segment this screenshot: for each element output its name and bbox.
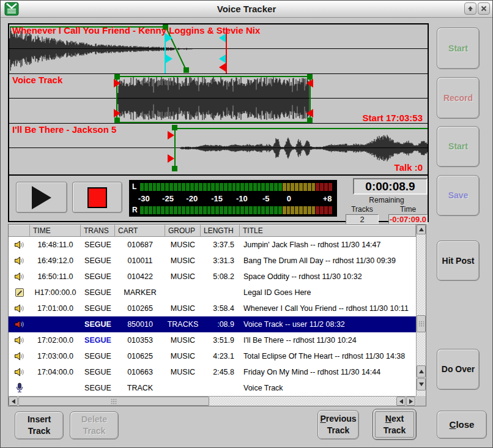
- scroll-up2-icon[interactable]: [417, 365, 426, 378]
- speaker-icon: [9, 269, 30, 285]
- cell-length: 2:45.8: [201, 364, 240, 380]
- track-title: Whenever I Call You Friend - Kenny Loggi…: [12, 25, 260, 35]
- waveform-editor: Whenever I Call You Friend - Kenny Loggi…: [8, 23, 429, 176]
- table-row[interactable]: 17:03:00.0SEGUE010625MUSIC4:23.1Total Ec…: [9, 348, 416, 364]
- cell-cart: 850010: [115, 316, 165, 332]
- scroll-down-icon[interactable]: [417, 378, 426, 390]
- cell-trans: SEGUE: [81, 380, 115, 396]
- cell-cart: 010663: [115, 364, 165, 380]
- voice-track-edge-markers[interactable]: [114, 79, 313, 118]
- vertical-scrollbar[interactable]: [416, 225, 426, 397]
- cell-cart: 010011: [115, 253, 165, 269]
- horizontal-scroll-thumb[interactable]: [18, 397, 209, 406]
- table-row[interactable]: H17:00:00.0SEGUEMARKERLegal ID Goes Here: [9, 285, 416, 301]
- speaker-icon: [9, 253, 30, 269]
- cell-length: [201, 380, 240, 396]
- save-button[interactable]: Save: [437, 175, 480, 216]
- speaker-icon: [9, 301, 30, 316]
- header-group: GROUP: [165, 225, 201, 237]
- table-row[interactable]: SEGUE850010TRACKS:08.9Voice Track -- use…: [9, 316, 416, 332]
- track-next-song[interactable]: I'll Be There - Jackson 5 Talk :0: [9, 124, 428, 173]
- cell-length: 5:08.2: [201, 269, 240, 285]
- log-table-body: 16:48:11.0SEGUE010687MUSIC3:37.5Jumpin' …: [9, 237, 416, 396]
- scroll-left-icon[interactable]: [9, 397, 18, 406]
- remaining-label: Remaining: [346, 196, 428, 204]
- hit-post-button[interactable]: Hit Post: [437, 241, 480, 281]
- scroll-up-icon[interactable]: [417, 225, 426, 234]
- cell-time: [30, 380, 81, 396]
- table-row[interactable]: 16:49:12.0SEGUE010011MUSIC3:31.3Bang The…: [9, 253, 416, 269]
- scroll-right-icon[interactable]: [406, 397, 415, 406]
- app-icon: [4, 2, 20, 16]
- table-row[interactable]: SEGUETRACKVoice Track: [9, 380, 416, 396]
- meter-scale: -30-25-20-15-10-50+8: [140, 194, 332, 203]
- voice-track-rubber-band[interactable]: [114, 74, 313, 123]
- cell-length: 3:58.4: [201, 301, 240, 316]
- titlebar[interactable]: Voice Tracker: [1, 1, 492, 18]
- do-over-button[interactable]: Do Over: [437, 349, 480, 390]
- cell-title: Total Eclipse Of The Heart -- rdhost 11/…: [240, 348, 405, 364]
- close-window-icon[interactable]: [478, 2, 490, 15]
- speaker-icon: [9, 332, 30, 348]
- table-row[interactable]: 17:04:00.0SEGUE010663MUSIC2:45.8Friday O…: [9, 364, 416, 380]
- remaining-time-value: -0:07:09.0: [388, 214, 428, 224]
- cell-trans: SEGUE: [81, 285, 115, 301]
- cell-trans: SEGUE: [81, 348, 115, 364]
- talk-time-label: Talk :0: [395, 162, 423, 173]
- cell-title: Legal ID Goes Here: [240, 285, 311, 301]
- cell-group: MUSIC: [165, 332, 201, 348]
- cell-time: 17:01:00.0: [30, 301, 81, 316]
- close-button[interactable]: Close: [437, 411, 487, 439]
- play-button[interactable]: [16, 182, 67, 213]
- speaker-icon: [9, 348, 30, 364]
- track-previous-song[interactable]: Whenever I Call You Friend - Kenny Loggi…: [9, 24, 428, 74]
- log-list-header: TIME TRANS CART GROUP LENGTH TITLE: [9, 225, 416, 237]
- cell-trans: SEGUE: [81, 237, 115, 253]
- previous-track-button[interactable]: PreviousTrack: [317, 410, 359, 439]
- meter-right-segments: [140, 206, 332, 214]
- track-title: Voice Track: [12, 75, 62, 85]
- stop-button[interactable]: [72, 182, 122, 213]
- scroll-left2-icon[interactable]: [396, 397, 406, 406]
- remaining-panel: Remaining Tracks 2 Time -0:07:09.0: [346, 196, 428, 224]
- header-length: LENGTH: [201, 225, 240, 237]
- cell-group: MUSIC: [165, 301, 201, 316]
- cell-trans: SEGUE: [81, 253, 115, 269]
- start-time-label: Start 17:03:53: [363, 113, 423, 123]
- table-row[interactable]: 16:48:11.0SEGUE010687MUSIC3:37.5Jumpin' …: [9, 237, 416, 253]
- transport-panel: L -30-25-20-15-10-50+8 R 0:00:08.9 Remai…: [8, 174, 429, 222]
- track-voice-track[interactable]: Voice Track Start 17:03:53: [9, 74, 428, 124]
- record-button[interactable]: Record: [437, 77, 480, 119]
- log-list: TIME TRANS CART GROUP LENGTH TITLE 16:48…: [8, 224, 426, 406]
- table-row[interactable]: 17:02:00.0SEGUE010353MUSIC3:51.9I'll Be …: [9, 332, 416, 348]
- header-title: TITLE: [240, 225, 416, 237]
- cell-trans: SEGUE: [81, 269, 115, 285]
- cell-group: MUSIC: [165, 253, 201, 269]
- meter-left-segments: [140, 183, 332, 191]
- cell-length: [201, 285, 240, 301]
- cell-title: Whenever I Call You Friend -- rdhost 11/…: [240, 301, 409, 316]
- table-row[interactable]: 17:01:00.0SEGUE010265MUSIC3:58.4Whenever…: [9, 301, 416, 316]
- cell-time: 17:03:00.0: [30, 348, 81, 364]
- horizontal-scrollbar[interactable]: [9, 396, 417, 406]
- cell-group: MUSIC: [165, 364, 201, 380]
- cell-trans: SEGUE: [81, 316, 115, 332]
- cell-time: [30, 316, 81, 332]
- cell-time: 16:49:12.0: [30, 253, 81, 269]
- start-button-track2[interactable]: Start: [437, 126, 480, 167]
- start-button-track1[interactable]: Start: [437, 28, 480, 69]
- next-track-button[interactable]: NextTrack: [373, 409, 417, 440]
- table-row[interactable]: 16:50:11.0SEGUE010422MUSIC5:08.2Space Od…: [9, 269, 416, 285]
- shade-window-icon[interactable]: [464, 2, 476, 15]
- cell-title: Friday On My Mind -- rdhost 11/30 14:44: [240, 364, 380, 380]
- delete-track-button[interactable]: DeleteTrack: [70, 411, 119, 439]
- vertical-scroll-thumb[interactable]: [417, 315, 426, 332]
- cell-title: Voice Track -- user 11/2 08:32: [240, 316, 345, 332]
- header-time: TIME: [30, 225, 81, 237]
- cell-cart: 010353: [115, 332, 165, 348]
- next-song-start-marker[interactable]: [168, 125, 428, 171]
- cell-title: Bang The Drum All Day -- rdhost 11/30 09…: [240, 253, 396, 269]
- insert-track-button[interactable]: InsertTrack: [15, 411, 64, 439]
- cell-length: :08.9: [201, 316, 240, 332]
- cell-cart: MARKER: [115, 285, 165, 301]
